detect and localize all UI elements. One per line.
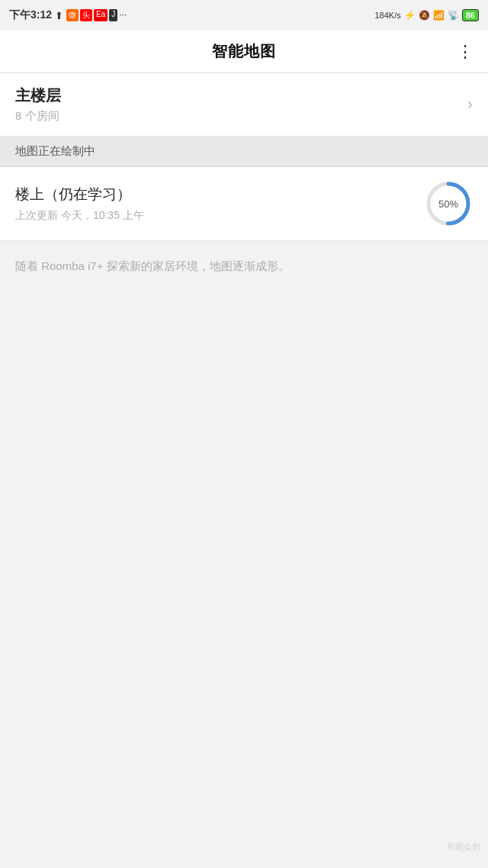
map-status-banner: 地图正在绘制中 [0,137,488,167]
overflow-menu-button[interactable]: ⋮ [457,43,474,60]
app-j-icon: J [109,9,117,21]
watermark: 和观众则 [447,841,480,853]
dots-icon: ··· [119,9,127,21]
floor-rooms: 8 个房间 [15,109,61,124]
upload-icon: ⬆ [55,10,63,21]
mute-icon: 🔕 [419,10,430,21]
main-floor-item[interactable]: 主楼层 8 个房间 › [0,73,488,137]
page-title: 智能地图 [212,41,276,62]
network-speed: 184K/s [375,11,401,20]
weibo-icon: 微 [66,9,79,21]
status-time: 下午3:12 [9,8,52,22]
progress-circle: 50% [424,179,473,228]
floor-name: 主楼层 [15,85,61,106]
news-icon: 头 [80,9,92,21]
status-left: 下午3:12 ⬆ 微 头 Ea J ··· [9,8,127,22]
upstairs-info: 楼上（仍在学习） 上次更新 今天，10:35 上午 [15,185,424,223]
bluetooth-icon: ⚡ [404,10,416,21]
floor-info: 主楼层 8 个房间 [15,85,61,124]
battery-icon: 86 [462,9,479,21]
upstairs-floor-item[interactable]: 楼上（仍在学习） 上次更新 今天，10:35 上午 50% [0,167,488,241]
app-header: 智能地图 ⋮ [0,31,488,73]
status-bar: 下午3:12 ⬆ 微 头 Ea J ··· 184K/s ⚡ 🔕 📶 📡 86 [0,0,488,31]
signal-icon: 📶 [433,10,445,21]
wifi-icon: 📡 [448,10,459,21]
progress-label: 50% [438,198,458,210]
upstairs-name: 楼上（仍在学习） [15,185,424,204]
chevron-right-icon: › [467,95,473,114]
notification-icons: 微 头 Ea J ··· [66,9,127,21]
description-section: 随着 Roomba i7+ 探索新的家居环境，地图逐渐成形。 [0,241,488,291]
status-right: 184K/s ⚡ 🔕 📶 📡 86 [375,9,480,21]
toutiao-icon: Ea [94,9,108,21]
upstairs-update-time: 上次更新 今天，10:35 上午 [15,209,424,223]
description-text: 随着 Roomba i7+ 探索新的家居环境，地图逐渐成形。 [15,256,473,276]
map-status-text: 地图正在绘制中 [15,144,95,157]
